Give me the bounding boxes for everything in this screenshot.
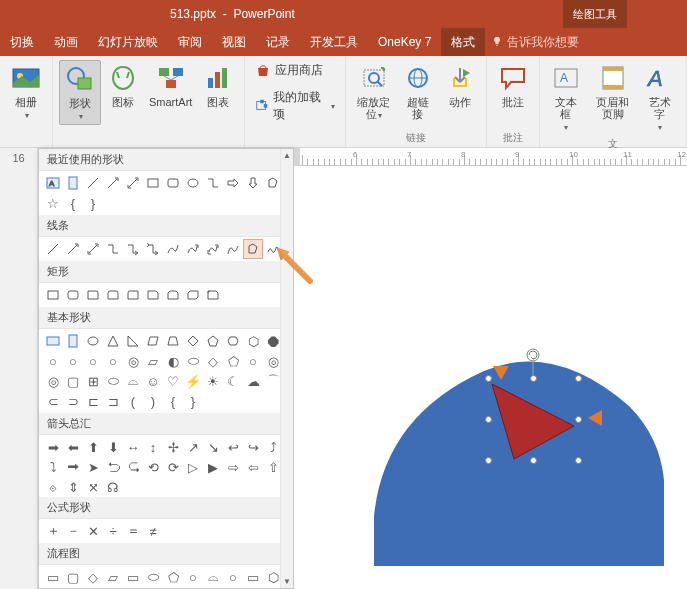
shape-fc-9[interactable]: ⌓: [203, 567, 223, 587]
shape-line-1[interactable]: [43, 239, 63, 259]
shape-basic-r3-7[interactable]: ♡: [163, 371, 183, 391]
selection-box[interactable]: [489, 379, 579, 461]
shape-basic-r3-9[interactable]: ☀: [203, 371, 223, 391]
shape-arrow-1[interactable]: ➡: [43, 437, 63, 457]
shape-basic-heptagon[interactable]: ⬡: [243, 331, 263, 351]
shape-basic-textbox-h[interactable]: [43, 331, 63, 351]
shape-arrow-14[interactable]: ⮕: [63, 457, 83, 477]
selection-handle-mr[interactable]: [575, 416, 582, 423]
shape-arrow-6[interactable]: ↕: [143, 437, 163, 457]
shape-arrow-18[interactable]: ⟲: [143, 457, 163, 477]
tab-view[interactable]: 视图: [212, 28, 256, 56]
shape-arrow-22[interactable]: ⇨: [223, 457, 243, 477]
shape-basic-r2-11[interactable]: ○: [243, 351, 263, 371]
shape-basic-r3-1[interactable]: ◎: [43, 371, 63, 391]
shape-rect-3[interactable]: [83, 285, 103, 305]
shape-brace-right[interactable]: }: [83, 193, 103, 213]
app-store-button[interactable]: 应用商店: [251, 60, 327, 81]
selection-handle-tm[interactable]: [530, 375, 537, 382]
textbox-button[interactable]: A 文本框▾: [546, 60, 586, 135]
shape-arrow-2[interactable]: ⬅: [63, 437, 83, 457]
shape-basic-r3-8[interactable]: ⚡: [183, 371, 203, 391]
shape-basic-r4-6[interactable]: ): [143, 391, 163, 411]
shape-basic-r4-4[interactable]: ⊐: [103, 391, 123, 411]
shapes-button[interactable]: 形状▾: [59, 60, 101, 125]
shape-basic-r3-5[interactable]: ⌓: [123, 371, 143, 391]
tell-me-search[interactable]: 告诉我你想要: [485, 34, 585, 51]
selection-handle-br[interactable]: [575, 457, 582, 464]
shape-rect-2[interactable]: [63, 285, 83, 305]
shape-star[interactable]: ☆: [43, 193, 63, 213]
shape-fc-2[interactable]: ▢: [63, 567, 83, 587]
shape-eq-multiply[interactable]: ✕: [83, 521, 103, 541]
shape-basic-r3-3[interactable]: ⊞: [83, 371, 103, 391]
shape-basic-r2-6[interactable]: ▱: [143, 351, 163, 371]
shape-arrow-16[interactable]: ⮌: [103, 457, 123, 477]
icons-button[interactable]: 图标: [103, 60, 143, 125]
shape-brace-left[interactable]: {: [63, 193, 83, 213]
shape-fc-4[interactable]: ▱: [103, 567, 123, 587]
shape-connector-elbow[interactable]: [203, 173, 223, 193]
shape-fc-5[interactable]: ▭: [123, 567, 143, 587]
shape-fc-11[interactable]: ▭: [243, 567, 263, 587]
shape-line-arrow[interactable]: [103, 173, 123, 193]
smartart-button[interactable]: SmartArt: [145, 60, 196, 125]
shape-basic-r2-8[interactable]: ⬭: [183, 351, 203, 371]
shape-line-5[interactable]: [123, 239, 143, 259]
shape-arrow-13[interactable]: ⤵: [43, 457, 63, 477]
zoom-anchor-button[interactable]: 缩放定位▾: [352, 60, 396, 123]
shape-basic-textbox-v[interactable]: [63, 331, 83, 351]
shape-basic-r4-7[interactable]: {: [163, 391, 183, 411]
shape-arrow-7[interactable]: ✢: [163, 437, 183, 457]
tab-developer[interactable]: 开发工具: [300, 28, 368, 56]
shape-line-3[interactable]: [83, 239, 103, 259]
tab-transitions[interactable]: 切换: [0, 28, 44, 56]
shape-textbox-vertical[interactable]: [63, 173, 83, 193]
shape-basic-r4-1[interactable]: ⊂: [43, 391, 63, 411]
scroll-down-icon[interactable]: ▼: [283, 577, 291, 586]
shape-rectangle[interactable]: [143, 173, 163, 193]
shape-fc-3[interactable]: ◇: [83, 567, 103, 587]
shape-basic-hexagon[interactable]: [223, 331, 243, 351]
shape-basic-r2-4[interactable]: ○: [103, 351, 123, 371]
shape-basic-r4-8[interactable]: }: [183, 391, 203, 411]
shape-eq-minus[interactable]: －: [63, 521, 83, 541]
shape-eq-equals[interactable]: ＝: [123, 521, 143, 541]
shape-down-arrow[interactable]: [243, 173, 263, 193]
shape-basic-r2-3[interactable]: ○: [83, 351, 103, 371]
selection-handle-tr[interactable]: [575, 375, 582, 382]
shape-basic-r3-11[interactable]: ☁: [243, 371, 263, 391]
tab-onekey[interactable]: OneKey 7: [368, 28, 441, 56]
shape-arrow-21[interactable]: ▶: [203, 457, 223, 477]
shape-line-10[interactable]: [223, 239, 243, 259]
shape-basic-r2-10[interactable]: ⬠: [223, 351, 243, 371]
slide-thumbnail-strip[interactable]: 16: [0, 148, 38, 589]
shape-basic-r2-9[interactable]: ◇: [203, 351, 223, 371]
shape-basic-diamond[interactable]: [183, 331, 203, 351]
comment-button[interactable]: 批注: [493, 60, 533, 110]
shape-fc-7[interactable]: ⬠: [163, 567, 183, 587]
shape-arrow-28[interactable]: ☊: [103, 477, 123, 497]
shape-basic-right-triangle[interactable]: [123, 331, 143, 351]
shape-line-7[interactable]: [163, 239, 183, 259]
shape-fc-6[interactable]: ⬭: [143, 567, 163, 587]
selection-handle-bl[interactable]: [485, 457, 492, 464]
shape-eq-notequals[interactable]: ≠: [143, 521, 163, 541]
shape-arrow-26[interactable]: ⇕: [63, 477, 83, 497]
shape-fc-8[interactable]: ○: [183, 567, 203, 587]
shape-fc-10[interactable]: ○: [223, 567, 243, 587]
hyperlink-button[interactable]: 超链接: [398, 60, 438, 123]
tab-slideshow[interactable]: 幻灯片放映: [88, 28, 168, 56]
shape-line[interactable]: [83, 173, 103, 193]
selection-handle-bm[interactable]: [530, 457, 537, 464]
shape-basic-r3-4[interactable]: ⬭: [103, 371, 123, 391]
header-footer-button[interactable]: 页眉和页脚: [588, 60, 638, 135]
shape-basic-r3-6[interactable]: ☺: [143, 371, 163, 391]
scroll-up-icon[interactable]: ▲: [283, 151, 291, 160]
shape-arrow-3[interactable]: ⬆: [83, 437, 103, 457]
shape-line-9[interactable]: [203, 239, 223, 259]
shape-arrow-8[interactable]: ↗: [183, 437, 203, 457]
shape-line-8[interactable]: [183, 239, 203, 259]
shape-basic-r4-5[interactable]: (: [123, 391, 143, 411]
shape-arrow-11[interactable]: ↪: [243, 437, 263, 457]
